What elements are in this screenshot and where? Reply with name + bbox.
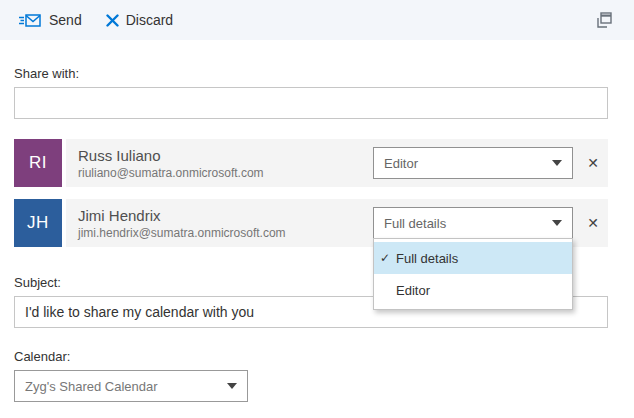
send-button-label: Send	[49, 12, 82, 28]
person-name: Jimi Hendrix	[78, 206, 286, 225]
permission-dropdown[interactable]: Full details	[373, 207, 573, 239]
send-button[interactable]: Send	[18, 11, 82, 30]
popout-button[interactable]	[594, 10, 614, 30]
discard-button-label: Discard	[126, 12, 173, 28]
share-with-input[interactable]	[14, 87, 608, 119]
person-name: Russ Iuliano	[78, 146, 264, 165]
person-email: riuliano@sumatra.onmicrosoft.com	[78, 165, 264, 181]
open-in-new-window-icon	[594, 10, 614, 30]
recipient-card: Jimi Hendrix jimi.hendrix@sumatra.onmicr…	[66, 199, 608, 247]
discard-x-icon	[106, 14, 119, 27]
chevron-down-icon	[552, 160, 562, 166]
share-calendar-form: Share with: RI Russ Iuliano riuliano@sum…	[0, 66, 634, 402]
discard-button[interactable]: Discard	[106, 12, 173, 28]
person-email: jimi.hendrix@sumatra.onmicrosoft.com	[78, 225, 286, 241]
toolbar: Send Discard	[0, 0, 634, 40]
calendar-value: Zyg's Shared Calendar	[25, 379, 158, 394]
checkmark-icon: ✓	[380, 251, 396, 265]
avatar-initials: JH	[27, 213, 49, 233]
recipient-row: RI Russ Iuliano riuliano@sumatra.onmicro…	[14, 139, 608, 187]
permission-value: Full details	[384, 216, 446, 231]
avatar: RI	[14, 139, 62, 187]
recipient-card: Russ Iuliano riuliano@sumatra.onmicrosof…	[66, 139, 608, 187]
chevron-down-icon	[227, 383, 237, 389]
close-icon: ✕	[587, 155, 599, 171]
menu-item-label: Editor	[396, 283, 430, 298]
person-info: Jimi Hendrix jimi.hendrix@sumatra.onmicr…	[78, 206, 286, 241]
recipient-list: RI Russ Iuliano riuliano@sumatra.onmicro…	[14, 139, 608, 247]
chevron-down-icon	[552, 220, 562, 226]
remove-recipient-button[interactable]: ✕	[581, 207, 605, 239]
menu-item-editor[interactable]: Editor	[374, 274, 572, 306]
avatar: JH	[14, 199, 62, 247]
calendar-label: Calendar:	[14, 349, 608, 364]
calendar-dropdown[interactable]: Zyg's Shared Calendar	[14, 370, 248, 402]
share-with-label: Share with:	[14, 66, 608, 81]
menu-item-full-details[interactable]: ✓ Full details	[374, 242, 572, 274]
remove-recipient-button[interactable]: ✕	[581, 147, 605, 179]
permission-menu: ✓ Full details Editor	[373, 238, 573, 310]
recipient-row: JH Jimi Hendrix jimi.hendrix@sumatra.onm…	[14, 199, 608, 247]
avatar-initials: RI	[29, 153, 47, 173]
close-icon: ✕	[587, 215, 599, 231]
permission-value: Editor	[384, 156, 418, 171]
send-envelope-icon	[18, 11, 42, 30]
person-info: Russ Iuliano riuliano@sumatra.onmicrosof…	[78, 146, 264, 181]
menu-item-label: Full details	[396, 251, 458, 266]
permission-dropdown[interactable]: Editor	[373, 147, 573, 179]
